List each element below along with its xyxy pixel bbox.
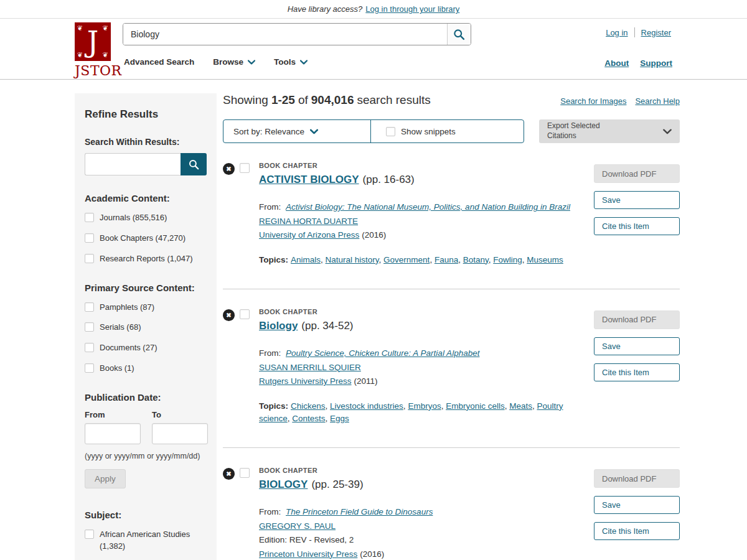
about-link[interactable]: About — [604, 58, 629, 68]
download-pdf-button[interactable]: Download PDF — [594, 164, 680, 183]
login-link[interactable]: Log in — [606, 28, 627, 37]
author-link[interactable]: GREGORY S. PAUL — [259, 521, 336, 531]
apply-button[interactable]: Apply — [85, 469, 126, 488]
support-link[interactable]: Support — [640, 58, 672, 68]
refine-results-title: Refine Results — [85, 108, 207, 121]
result-controls: ✖ — [223, 467, 259, 560]
result-title-link[interactable]: Biology — [259, 320, 298, 332]
sort-by-dropdown[interactable]: Sort by: Relevance — [223, 127, 328, 136]
export-citations-line2: Citations — [547, 131, 600, 141]
result-meta: From: The Princeton Field Guide to Dinos… — [259, 506, 576, 560]
nav-browse[interactable]: Browse — [213, 57, 255, 67]
search-within-button[interactable] — [181, 153, 207, 175]
select-result-checkbox[interactable] — [240, 163, 250, 173]
date-to-label: To — [152, 410, 208, 419]
select-result-checkbox[interactable] — [240, 309, 250, 319]
global-search-button[interactable] — [447, 24, 471, 45]
save-button[interactable]: Save — [594, 191, 680, 209]
topic-link[interactable]: Embryonic cells — [446, 401, 505, 411]
nav-tools[interactable]: Tools — [274, 57, 308, 67]
topic-link[interactable]: Government — [383, 255, 430, 264]
cite-this-item-button[interactable]: Cite this Item — [594, 363, 680, 381]
subject-heading: Subject: — [85, 510, 207, 520]
cite-this-item-button[interactable]: Cite this Item — [594, 217, 680, 235]
date-to-input[interactable] — [152, 423, 208, 444]
search-within-bar — [85, 153, 207, 175]
site-header: ❦ ❦ J ❦ ❦ JSTOR Advanced Search Browse T… — [0, 19, 747, 80]
topic-link[interactable]: Chickens — [291, 401, 326, 411]
source-book-link[interactable]: Activist Biology: The National Museum, P… — [286, 202, 570, 212]
download-pdf-button[interactable]: Download PDF — [594, 310, 680, 329]
topic-link[interactable]: Museums — [527, 255, 563, 264]
checkbox-pamphlets[interactable] — [85, 302, 94, 312]
global-search-input[interactable] — [123, 24, 447, 45]
topic-link[interactable]: Livestock industries — [330, 401, 403, 411]
jstor-logo[interactable]: ❦ ❦ J ❦ ❦ JSTOR — [75, 22, 111, 78]
jstor-wordmark: JSTOR — [75, 63, 111, 78]
cite-this-item-button[interactable]: Cite this Item — [594, 522, 680, 540]
nav-advanced-search-label: Advanced Search — [124, 57, 194, 67]
checkbox-african-american-studies[interactable] — [85, 530, 94, 539]
results-count-suffix: search results — [357, 93, 430, 107]
remove-result-icon[interactable]: ✖ — [223, 163, 235, 175]
show-snippets-toggle[interactable]: Show snippets — [371, 126, 456, 136]
filter-row-research-reports: Research Reports (1,047) — [85, 253, 207, 265]
checkbox-books[interactable] — [85, 363, 94, 373]
result-meta: From: Poultry Science, Chicken Culture: … — [259, 347, 576, 388]
checkbox-research-reports[interactable] — [85, 254, 94, 263]
checkbox-serials[interactable] — [85, 322, 94, 332]
date-from-input[interactable] — [85, 423, 141, 444]
results-range: 1-25 — [271, 93, 295, 107]
topic-link[interactable]: Natural history — [326, 255, 379, 264]
save-button[interactable]: Save — [594, 496, 680, 514]
topic-link[interactable]: Eggs — [330, 414, 349, 423]
topics-list: Animals, Natural history, Government, Fa… — [291, 255, 563, 264]
result-topics: Topics:Animals, Natural history, Governm… — [259, 254, 576, 266]
secondary-nav: About Support — [604, 58, 672, 68]
topic-link[interactable]: Meats — [509, 401, 532, 411]
edition-text: Edition: REV - Revised, 2 — [259, 535, 354, 544]
topic-link[interactable]: Botany — [463, 255, 489, 264]
filter-label: Research Reports (1,047) — [100, 253, 193, 265]
source-book-link[interactable]: Poultry Science, Chicken Culture: A Part… — [286, 348, 479, 358]
topics-list: Chickens, Livestock industries, Embryos,… — [259, 401, 563, 423]
nav-browse-label: Browse — [213, 57, 243, 67]
topic-link[interactable]: Embryos — [408, 401, 441, 411]
publisher-link[interactable]: University of Arizona Press — [259, 230, 359, 240]
result-topics: Topics:Chickens, Livestock industries, E… — [259, 400, 576, 426]
export-citations-dropdown[interactable]: Export Selected Citations — [539, 119, 680, 143]
register-link[interactable]: Register — [641, 28, 671, 37]
library-login-link[interactable]: Log in through your library — [365, 4, 459, 14]
checkbox-documents[interactable] — [85, 343, 94, 352]
show-snippets-checkbox[interactable] — [386, 127, 395, 136]
publication-date-inputs: From To — [85, 410, 207, 444]
checkbox-book-chapters[interactable] — [85, 233, 94, 243]
result-body: BOOK CHAPTER BIOLOGY(pp. 25-39) From: Th… — [259, 467, 594, 560]
search-within-input[interactable] — [85, 153, 181, 175]
topics-label: Topics: — [259, 255, 288, 264]
filter-label: Book Chapters (47,270) — [100, 233, 186, 245]
remove-result-icon[interactable]: ✖ — [223, 309, 235, 321]
remove-result-icon[interactable]: ✖ — [223, 468, 235, 480]
checkbox-journals[interactable] — [85, 213, 94, 222]
topic-link[interactable]: Fowling — [493, 255, 522, 264]
save-button[interactable]: Save — [594, 337, 680, 355]
download-pdf-button[interactable]: Download PDF — [594, 469, 680, 488]
topic-link[interactable]: Contests — [292, 414, 325, 423]
search-for-images-link[interactable]: Search for Images — [560, 96, 626, 106]
nav-advanced-search[interactable]: Advanced Search — [124, 57, 194, 67]
search-help-link[interactable]: Search Help — [635, 96, 680, 106]
result-title-link[interactable]: ACTIVIST BIOLOGY — [259, 174, 359, 185]
source-book-link[interactable]: The Princeton Field Guide to Dinosaurs — [286, 507, 433, 516]
topic-link[interactable]: Animals — [291, 255, 321, 264]
date-format-hint: (yyyy or yyyy/mm or yyyy/mm/dd) — [85, 452, 207, 460]
publisher-link[interactable]: Rutgers University Press — [259, 376, 352, 386]
author-link[interactable]: SUSAN MERRILL SQUIER — [259, 363, 361, 372]
select-result-checkbox[interactable] — [240, 468, 250, 478]
result-title-link[interactable]: BIOLOGY — [259, 478, 308, 490]
filter-label: Books (1) — [100, 363, 134, 375]
topic-link[interactable]: Fauna — [435, 255, 458, 264]
author-link[interactable]: REGINA HORTA DUARTE — [259, 217, 358, 226]
publisher-link[interactable]: Princeton University Press — [259, 549, 357, 559]
publication-year: (2011) — [354, 376, 378, 386]
